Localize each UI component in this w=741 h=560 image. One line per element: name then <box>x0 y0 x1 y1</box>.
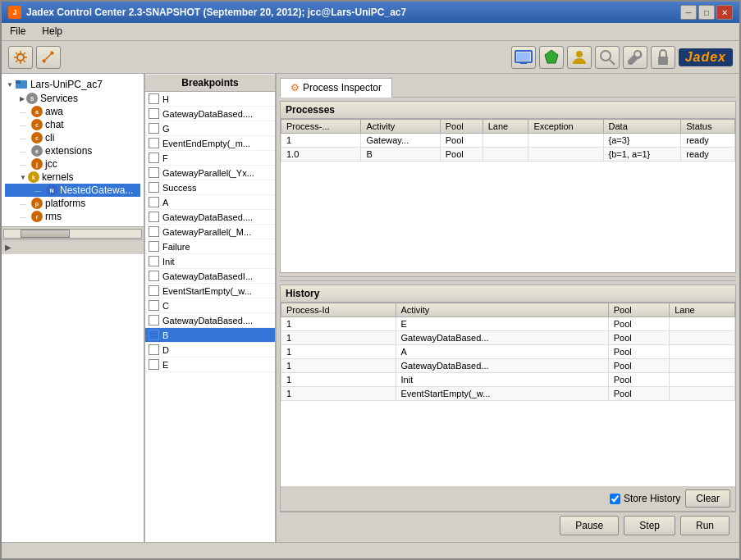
bp-checkbox-init[interactable] <box>149 256 159 266</box>
bp-label-a: A <box>162 198 168 207</box>
hist-col-lane[interactable]: Lane <box>670 303 735 317</box>
menu-help[interactable]: Help <box>39 25 66 38</box>
menu-file[interactable]: File <box>7 25 29 38</box>
tree-item-kernels[interactable]: ▼ k kernels <box>5 171 140 184</box>
bp-item-a[interactable]: A <box>145 195 275 210</box>
tree-item-extensions[interactable]: — e extensions <box>5 144 140 157</box>
bp-item-success[interactable]: Success <box>145 180 275 195</box>
close-button[interactable]: ✕ <box>716 5 733 20</box>
tab-container: ⚙ Process Inspector <box>280 77 736 98</box>
hist-col-activity[interactable]: Activity <box>396 303 608 317</box>
cell-data-2: {b=1, a=1} <box>603 148 681 162</box>
pause-button[interactable]: Pause <box>560 516 619 535</box>
tree-root[interactable]: ▼ Lars-UniPC_ac7 <box>5 77 140 92</box>
tree-item-chat[interactable]: — c chat <box>5 118 140 131</box>
tree-item-nested-gateway[interactable]: — N NestedGatewa... <box>5 184 140 197</box>
col-lane[interactable]: Lane <box>483 120 528 134</box>
tree-item-platforms[interactable]: — p platforms <box>5 197 140 210</box>
toolbar-settings-button[interactable] <box>8 46 33 69</box>
history-row-4[interactable]: 1 GatewayDataBased... Pool <box>281 359 735 373</box>
tree-h-scrollbar[interactable] <box>3 229 142 239</box>
bp-item-c[interactable]: C <box>145 298 275 313</box>
toolbar-gems-button[interactable] <box>539 46 564 69</box>
history-row-1[interactable]: 1 E Pool <box>281 317 735 331</box>
minimize-button[interactable]: ─ <box>680 5 697 20</box>
bp-item-failure[interactable]: Failure <box>145 239 275 254</box>
bp-item-event2[interactable]: EventStartEmpty(_w... <box>145 284 275 298</box>
col-process-id[interactable]: Process-... <box>281 120 361 134</box>
bp-checkbox-gw2[interactable] <box>149 212 159 222</box>
col-activity[interactable]: Activity <box>361 120 440 134</box>
bp-item-gw1[interactable]: GatewayDataBased.... <box>145 107 275 121</box>
bp-checkbox-b[interactable] <box>149 330 159 340</box>
col-pool[interactable]: Pool <box>440 120 483 134</box>
bp-item-gp2[interactable]: GatewayParallel(_M... <box>145 225 275 239</box>
toolbar-display-button[interactable] <box>511 46 536 69</box>
bp-label-c: C <box>162 301 169 311</box>
bp-item-gw2[interactable]: GatewayDataBased.... <box>145 210 275 225</box>
bp-item-g[interactable]: G <box>145 121 275 136</box>
toolbar-user-button[interactable] <box>567 46 592 69</box>
hist-pid-2: 1 <box>281 331 396 345</box>
toolbar-wrench-button[interactable] <box>623 46 647 69</box>
step-button[interactable]: Step <box>624 516 675 535</box>
process-row-1[interactable]: 1 Gateway... Pool {a=3} ready <box>281 134 735 148</box>
bp-checkbox-c[interactable] <box>149 300 159 311</box>
bp-checkbox-gp2[interactable] <box>149 226 159 237</box>
tree-item-awa[interactable]: — a awa <box>5 105 140 118</box>
tab-process-inspector[interactable]: ⚙ Process Inspector <box>280 78 392 98</box>
bp-item-h[interactable]: H <box>145 92 275 107</box>
bp-checkbox-success[interactable] <box>149 182 159 193</box>
kernels-icon: k <box>28 171 39 183</box>
bp-item-gw4[interactable]: GatewayDataBased.... <box>145 313 275 328</box>
history-table-container[interactable]: Process-Id Activity Pool Lane 1 E <box>281 303 735 486</box>
bp-label-gw3: GatewayDataBasedI... <box>162 271 253 281</box>
clear-button[interactable]: Clear <box>685 489 730 508</box>
col-status[interactable]: Status <box>681 120 735 134</box>
hist-col-pid[interactable]: Process-Id <box>281 303 396 317</box>
bp-checkbox-h[interactable] <box>149 93 159 104</box>
toolbar-search-button[interactable] <box>595 46 620 69</box>
bp-checkbox-event2[interactable] <box>149 285 159 296</box>
col-data[interactable]: Data <box>603 120 681 134</box>
history-row-6[interactable]: 1 EventStartEmpty(_w... Pool <box>281 387 735 401</box>
tree-item-cli[interactable]: — c cli <box>5 131 140 144</box>
bp-checkbox-gw3[interactable] <box>149 271 159 281</box>
run-button[interactable]: Run <box>680 516 730 535</box>
resize-handle[interactable] <box>280 276 736 281</box>
bp-item-init[interactable]: Init <box>145 254 275 269</box>
bp-checkbox-gw4[interactable] <box>149 315 159 326</box>
col-exception[interactable]: Exception <box>528 120 603 134</box>
processes-table-container[interactable]: Process-... Activity Pool Lane Exception… <box>281 119 735 272</box>
bp-item-gp1[interactable]: GatewayParallel(_Yx... <box>145 166 275 180</box>
hist-col-pool[interactable]: Pool <box>608 303 670 317</box>
tree-item-rms[interactable]: — r rms <box>5 210 140 223</box>
history-row-5[interactable]: 1 Init Pool <box>281 373 735 387</box>
bp-item-d[interactable]: D <box>145 343 275 357</box>
bp-item-event1[interactable]: EventEndEmpty(_m... <box>145 136 275 151</box>
maximize-button[interactable]: □ <box>698 5 715 20</box>
bp-checkbox-g[interactable] <box>149 123 159 134</box>
bp-item-b[interactable]: B <box>145 328 275 343</box>
bp-item-e[interactable]: E <box>145 357 275 372</box>
history-row-3[interactable]: 1 A Pool <box>281 345 735 359</box>
services-expand-icon: ▶ <box>20 95 25 102</box>
tree-item-services[interactable]: ▶ S Services <box>5 92 140 105</box>
toolbar-lock-button[interactable] <box>651 46 675 69</box>
bp-checkbox-e[interactable] <box>149 359 159 370</box>
bp-checkbox-gw1[interactable] <box>149 108 159 119</box>
tree-item-jcc[interactable]: — j jcc <box>5 157 140 171</box>
bp-checkbox-event1[interactable] <box>149 138 159 148</box>
bp-checkbox-gp1[interactable] <box>149 167 159 178</box>
bp-item-f[interactable]: F <box>145 151 275 166</box>
history-row-2[interactable]: 1 GatewayDataBased... Pool <box>281 331 735 345</box>
process-row-2[interactable]: 1.0 B Pool {b=1, a=1} ready <box>281 148 735 162</box>
toolbar-tools-button[interactable] <box>36 46 61 69</box>
store-history-checkbox[interactable] <box>610 494 620 504</box>
tree-scrollbar-thumb[interactable] <box>21 230 70 238</box>
bp-checkbox-f[interactable] <box>149 153 159 163</box>
bp-checkbox-d[interactable] <box>149 344 159 355</box>
bp-item-gw3[interactable]: GatewayDataBasedI... <box>145 269 275 284</box>
bp-checkbox-a[interactable] <box>149 197 159 207</box>
bp-checkbox-failure[interactable] <box>149 241 159 252</box>
